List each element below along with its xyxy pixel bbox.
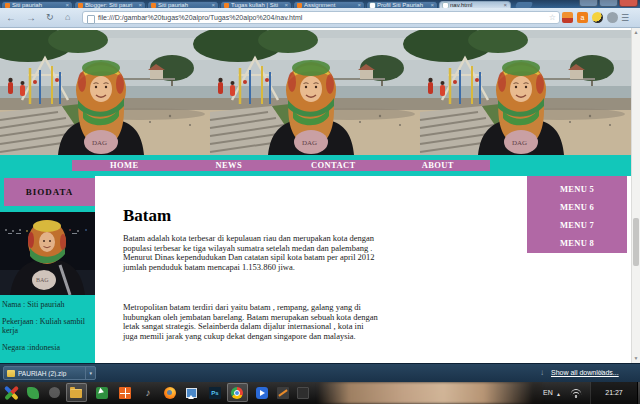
taskbar-aero-glass (318, 382, 542, 404)
office-grid-icon[interactable] (119, 387, 131, 399)
reload-icon[interactable]: ↻ (46, 11, 54, 24)
blogger-icon (151, 3, 156, 8)
nav-item-home[interactable]: HOME (72, 160, 177, 171)
firefox-icon[interactable] (164, 387, 176, 399)
music-note-icon[interactable]: ♪ (142, 387, 154, 399)
download-bar: PAURIAH (2).zip ▾ ↓ Show all downloads..… (0, 363, 640, 382)
download-bar-close-icon[interactable]: × (598, 367, 603, 377)
back-icon[interactable]: ← (6, 11, 16, 24)
bookmark-star-icon[interactable]: ☆ (549, 12, 556, 23)
header-photo-banner: DAG (0, 30, 631, 155)
cursor-app-icon[interactable] (96, 387, 108, 399)
wifi-icon[interactable] (570, 389, 581, 398)
green-app-icon[interactable] (27, 387, 39, 399)
vertical-scrollbar[interactable]: ▲ ▼ (631, 28, 640, 363)
menu-item-5[interactable]: MENU 5 (527, 180, 627, 198)
language-indicator[interactable]: EN (543, 389, 553, 396)
tray-expand-icon[interactable]: ▴ (557, 390, 560, 397)
browser-tab[interactable]: Siti pauriah × (147, 1, 219, 8)
maximize-button[interactable] (599, 0, 618, 7)
photo-viewer-icon[interactable] (186, 388, 197, 398)
explorer-folder-icon[interactable] (70, 389, 82, 398)
scroll-down-icon[interactable]: ▼ (632, 354, 640, 363)
beach-photo: DAG (0, 30, 631, 155)
window-controls (579, 0, 638, 7)
menu-item-7[interactable]: MENU 7 (527, 216, 627, 234)
media-player-icon[interactable] (256, 387, 268, 399)
browser-tab-active[interactable]: nav.html × (439, 1, 511, 8)
url-text: file:///D:/gambar%20tugas%20alpro/Tugas%… (98, 12, 302, 23)
download-arrow-icon: ↓ (540, 368, 544, 377)
browser-toolbar: ← → ↻ ⌂ file:///D:/gambar%20tugas%20alpr… (0, 8, 640, 28)
graphics-tool-icon[interactable] (277, 387, 289, 399)
menu-item-8[interactable]: MENU 8 (527, 234, 627, 252)
menu-item-6[interactable]: MENU 6 (527, 198, 627, 216)
home-icon[interactable]: ⌂ (65, 11, 70, 24)
download-item[interactable]: PAURIAH (2).zip ▾ (3, 366, 96, 380)
chrome-icon[interactable] (231, 387, 243, 399)
address-bar[interactable]: file:///D:/gambar%20tugas%20alpro/Tugas%… (82, 11, 560, 24)
scroll-up-icon[interactable]: ▲ (632, 28, 640, 37)
blogger-icon (224, 3, 229, 8)
article-panel: Batam Batam adalah kota terbesar di kepu… (95, 176, 631, 363)
page-icon (443, 3, 448, 8)
extension-icon-2[interactable]: a (577, 12, 588, 23)
article-heading: Batam (123, 206, 171, 226)
zip-file-icon (7, 370, 15, 377)
browser-tab[interactable]: Tugas kuliah | Siti × (220, 1, 292, 8)
blogger-icon (297, 3, 302, 8)
biodata-name-line: Nama : Siti pauriah (2, 300, 94, 310)
biodata-sidebar: BIODATA (0, 176, 95, 363)
article-paragraph: Metropolitan batam terdiri dari yaitu ba… (123, 303, 379, 341)
forward-icon[interactable]: → (26, 11, 36, 24)
dimmed-app-icon[interactable] (49, 387, 60, 398)
web-page: DAG HOME NEWS CONTACT ABOUT BIODATA (0, 28, 631, 363)
extension-icon-1[interactable] (562, 12, 573, 23)
scrollbar-thumb[interactable] (633, 218, 639, 266)
taskbar: ♪ Ps EN ▴ 21:27 (0, 382, 640, 404)
browser-tab[interactable]: Assignment × (293, 1, 365, 8)
browser-tab[interactable]: Siti pauriah × (1, 1, 73, 8)
page-content: BIODATA (0, 176, 631, 363)
menu-icon[interactable]: ☰ (621, 12, 629, 24)
biodata-country-line: Negara :indonesia (2, 343, 94, 353)
screen: Siti pauriah × Blogger: Siti pauri × Sit… (0, 0, 640, 404)
nav-item-news[interactable]: NEWS (177, 160, 282, 171)
portrait-photo: BAG (0, 212, 95, 295)
biodata-job-line: Pekerjaan : Kuliah sambil kerja (2, 317, 94, 336)
globe-icon[interactable] (607, 12, 618, 23)
extension-icon-3[interactable] (592, 12, 603, 23)
browser-tab[interactable]: Blogger: Siti pauri × (74, 1, 146, 8)
blogger-icon (78, 3, 83, 8)
browser-tab[interactable]: Profil Siti Pauriah × (366, 1, 438, 8)
download-caret-icon[interactable]: ▾ (85, 367, 92, 379)
close-button[interactable] (619, 0, 638, 7)
site-navbar: HOME NEWS CONTACT ABOUT (72, 160, 490, 171)
biodata-details: Nama : Siti pauriah Pekerjaan : Kuliah s… (2, 300, 94, 359)
browser-tab-strip: Siti pauriah × Blogger: Siti pauri × Sit… (0, 0, 640, 8)
page-icon (370, 3, 375, 8)
start-button[interactable] (3, 384, 20, 401)
biodata-title: BIODATA (4, 178, 95, 206)
article-paragraph: Batam adalah kota terbesar di kepulauan … (123, 234, 379, 272)
download-file-name: PAURIAH (2).zip (18, 370, 82, 377)
minimize-button[interactable] (579, 0, 598, 7)
svg-text:BAG: BAG (36, 277, 49, 283)
nav-item-contact[interactable]: CONTACT (281, 160, 386, 171)
biodata-photo: BAG (0, 212, 95, 295)
taskbar-clock[interactable]: 21:27 (590, 382, 637, 404)
nav-item-about[interactable]: ABOUT (386, 160, 491, 171)
photoshop-icon[interactable]: Ps (209, 387, 221, 399)
blogger-icon (5, 3, 10, 8)
show-all-downloads-link[interactable]: Show all downloads... (551, 369, 619, 376)
page-icon (87, 15, 95, 24)
dark-app-icon[interactable] (297, 387, 309, 399)
side-menu: MENU 5 MENU 6 MENU 7 MENU 8 (527, 176, 627, 253)
